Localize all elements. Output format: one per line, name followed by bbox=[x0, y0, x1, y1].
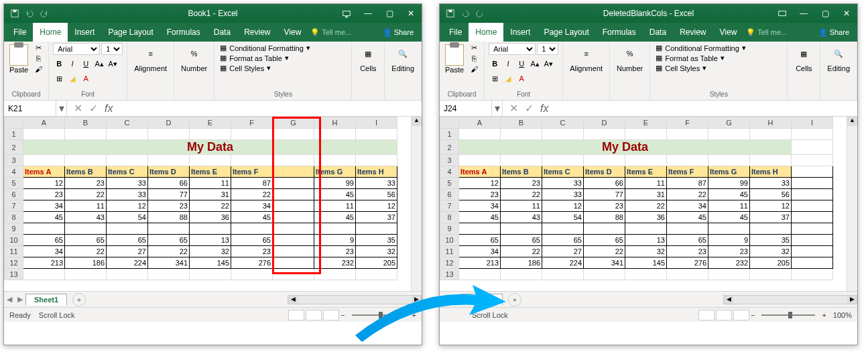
menu-file[interactable]: File bbox=[442, 23, 469, 42]
column-header[interactable]: E bbox=[190, 117, 231, 129]
number-button[interactable]: %Number bbox=[178, 43, 210, 74]
namebox-dropdown-icon[interactable]: ▾ bbox=[56, 101, 67, 116]
table-cell[interactable]: 224 bbox=[107, 257, 148, 269]
cells-button[interactable]: ▦Cells bbox=[792, 43, 816, 74]
scroll-right-icon[interactable]: ▶ bbox=[847, 296, 857, 304]
table-cell[interactable]: 99 bbox=[708, 178, 750, 189]
table-cell[interactable]: 99 bbox=[314, 178, 356, 189]
row-header[interactable]: 4 bbox=[5, 166, 23, 178]
column-header[interactable]: B bbox=[501, 117, 542, 129]
fx-icon[interactable]: fx bbox=[540, 103, 548, 115]
redo-icon[interactable] bbox=[475, 8, 485, 19]
paste-button[interactable]: Paste bbox=[444, 43, 465, 75]
zoom-level[interactable]: 100% bbox=[833, 311, 852, 319]
save-icon[interactable] bbox=[9, 8, 20, 19]
paste-button[interactable]: Paste bbox=[8, 43, 29, 75]
table-cell[interactable]: 23 bbox=[459, 189, 501, 200]
table-cell[interactable]: 45 bbox=[314, 189, 356, 200]
table-cell[interactable]: 34 bbox=[667, 200, 708, 212]
table-header-cell[interactable]: Items D bbox=[584, 166, 625, 178]
table-cell[interactable]: 87 bbox=[231, 178, 273, 189]
table-cell[interactable]: 341 bbox=[148, 257, 190, 269]
table-cell[interactable] bbox=[65, 223, 107, 235]
table-cell[interactable]: 22 bbox=[501, 189, 542, 200]
font-name-select[interactable]: Arial bbox=[489, 43, 536, 55]
menu-insert[interactable]: Insert bbox=[503, 23, 537, 42]
namebox-dropdown-icon[interactable]: ▾ bbox=[492, 101, 503, 116]
row-header[interactable]: 11 bbox=[440, 246, 459, 257]
table-cell[interactable]: 34 bbox=[459, 200, 501, 212]
font-size-select[interactable]: 10 bbox=[101, 43, 123, 55]
fill-color-icon[interactable]: ◢ bbox=[66, 72, 78, 84]
table-header-cell[interactable]: Items C bbox=[107, 166, 148, 178]
table-cell[interactable]: 56 bbox=[750, 189, 792, 200]
table-cell[interactable] bbox=[356, 223, 397, 235]
table-cell[interactable]: 65 bbox=[65, 235, 107, 246]
page-layout-view-icon[interactable] bbox=[306, 310, 322, 320]
table-cell[interactable] bbox=[625, 223, 667, 235]
cell-styles-button[interactable]: ▦Cell Styles▾ bbox=[219, 63, 347, 73]
table-cell[interactable]: 341 bbox=[584, 257, 625, 269]
table-cell[interactable] bbox=[231, 223, 273, 235]
borders-icon[interactable]: ⊞ bbox=[53, 72, 65, 84]
redo-icon[interactable] bbox=[39, 8, 50, 19]
table-header-cell[interactable]: Items A bbox=[23, 166, 65, 178]
cut-icon[interactable]: ✂ bbox=[32, 43, 44, 52]
table-cell[interactable]: 23 bbox=[667, 246, 708, 257]
table-cell[interactable]: 13 bbox=[625, 235, 667, 246]
table-cell[interactable]: 11 bbox=[190, 178, 231, 189]
table-cell[interactable]: 232 bbox=[708, 257, 750, 269]
row-header[interactable]: 13 bbox=[5, 269, 23, 280]
zoom-out-icon[interactable]: − bbox=[751, 311, 755, 319]
copy-icon[interactable]: ⎘ bbox=[32, 54, 44, 63]
table-cell[interactable]: 276 bbox=[231, 257, 273, 269]
scroll-up-icon[interactable]: ▲ bbox=[412, 117, 422, 126]
table-cell[interactable] bbox=[667, 223, 708, 235]
underline-button[interactable]: U bbox=[80, 58, 92, 70]
row-header[interactable]: 4 bbox=[440, 166, 459, 178]
table-cell[interactable]: 186 bbox=[501, 257, 542, 269]
table-cell[interactable]: 45 bbox=[667, 212, 708, 223]
column-header[interactable]: A bbox=[23, 117, 65, 129]
table-cell[interactable]: 224 bbox=[542, 257, 584, 269]
conditional-formatting-button[interactable]: ▦Conditional Formatting▾ bbox=[654, 43, 783, 53]
save-icon[interactable] bbox=[445, 8, 456, 19]
conditional-formatting-button[interactable]: ▦Conditional Formatting▾ bbox=[219, 43, 347, 53]
format-painter-icon[interactable]: 🖌 bbox=[32, 64, 44, 74]
table-cell[interactable]: 65 bbox=[667, 235, 708, 246]
table-cell[interactable] bbox=[107, 223, 148, 235]
table-cell[interactable]: 43 bbox=[501, 212, 542, 223]
table-cell[interactable]: 54 bbox=[542, 212, 584, 223]
row-header[interactable]: 6 bbox=[440, 189, 459, 200]
table-cell[interactable] bbox=[273, 246, 314, 257]
column-header[interactable]: I bbox=[356, 117, 397, 129]
add-sheet-button[interactable]: + bbox=[72, 293, 86, 306]
table-cell[interactable]: 23 bbox=[708, 246, 750, 257]
close-icon[interactable]: ✕ bbox=[836, 4, 857, 23]
table-cell[interactable]: 12 bbox=[107, 200, 148, 212]
format-as-table-button[interactable]: ▦Format as Table▾ bbox=[219, 53, 347, 63]
format-painter-icon[interactable]: 🖌 bbox=[468, 64, 480, 74]
table-cell[interactable]: 31 bbox=[190, 189, 231, 200]
table-cell[interactable]: 35 bbox=[356, 235, 397, 246]
cancel-formula-icon[interactable]: ✕ bbox=[74, 102, 82, 115]
fx-icon[interactable]: fx bbox=[105, 103, 113, 115]
cut-icon[interactable]: ✂ bbox=[468, 43, 480, 52]
table-cell[interactable]: 37 bbox=[356, 212, 397, 223]
undo-icon[interactable] bbox=[24, 8, 35, 19]
vertical-scrollbar[interactable]: ▲ bbox=[847, 117, 857, 291]
titlebar[interactable]: Book1 - Excel — ▢ ✕ bbox=[4, 4, 422, 23]
column-header[interactable]: I bbox=[792, 117, 833, 129]
table-cell[interactable] bbox=[459, 223, 501, 235]
table-cell[interactable]: 33 bbox=[750, 178, 792, 189]
table-cell[interactable]: 34 bbox=[231, 200, 273, 212]
row-header[interactable]: 3 bbox=[5, 155, 23, 166]
table-cell[interactable]: 45 bbox=[314, 212, 356, 223]
menu-insert[interactable]: Insert bbox=[68, 23, 101, 42]
share-button[interactable]: 👤 Share bbox=[813, 28, 855, 37]
table-cell[interactable]: 36 bbox=[625, 212, 667, 223]
format-as-table-button[interactable]: ▦Format as Table▾ bbox=[654, 53, 783, 63]
row-header[interactable]: 12 bbox=[440, 257, 459, 269]
table-header-cell[interactable]: Items F bbox=[667, 166, 708, 178]
table-cell[interactable]: 145 bbox=[625, 257, 667, 269]
